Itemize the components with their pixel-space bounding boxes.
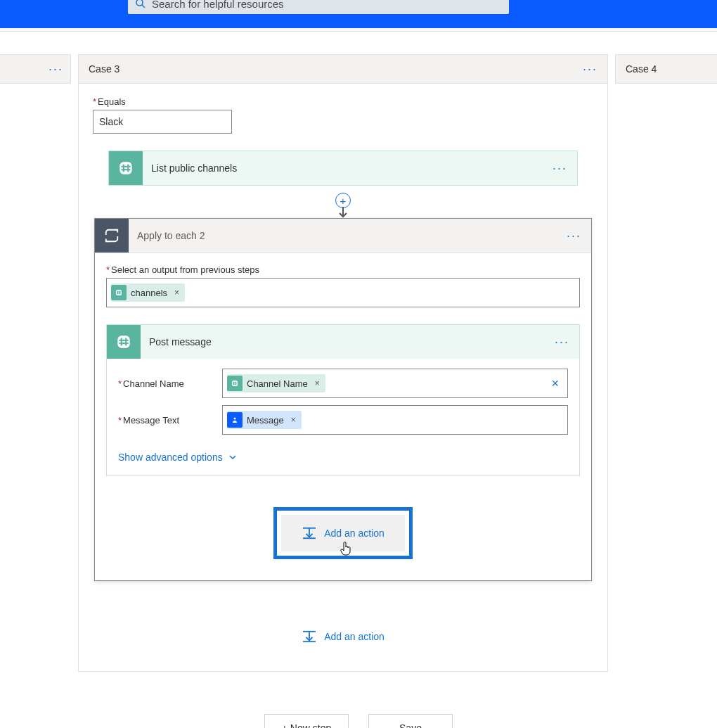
case-title: Case 3 [89,63,119,75]
channels-token[interactable]: channels × [111,283,185,302]
svg-rect-18 [232,381,238,386]
ellipsis-icon[interactable]: ··· [49,65,63,72]
equals-label: *Equals [93,96,607,107]
case-next[interactable]: Case 4 [615,54,717,84]
remove-token-button[interactable]: × [174,288,179,298]
search-icon [135,0,146,9]
cursor-hand-icon [339,540,353,557]
remove-token-button[interactable]: × [315,378,320,388]
select-output-label: *Select an output from previous steps [106,264,580,275]
channel-name-input[interactable]: Channel Name × × [222,369,568,398]
channel-name-label: *Channel Name [118,378,222,389]
svg-point-0 [136,0,143,6]
footer-buttons: + New step Save [0,714,717,728]
slack-icon [227,376,243,391]
post-header[interactable]: Post message ··· [107,325,579,359]
case-body: *Equals Slack List public channels [79,84,607,671]
channel-name-row: *Channel Name Channel Name × [118,369,568,398]
loop-icon [95,219,129,253]
case-menu-button[interactable]: ··· [583,65,598,72]
apply-to-each-card: Apply to each 2 ··· *Select an output fr… [94,218,592,581]
remove-token-button[interactable]: × [291,415,296,425]
new-step-button[interactable]: + New step [264,714,349,728]
clear-input-button[interactable]: × [551,376,559,391]
message-text-label: *Message Text [118,415,222,426]
apply-menu-button[interactable]: ··· [567,232,581,239]
add-step-button[interactable]: + [335,193,351,208]
svg-line-1 [142,5,145,8]
required-star: * [118,378,122,389]
add-action-outer-button[interactable]: Add an action [79,630,607,643]
svg-rect-8 [116,290,122,295]
add-action-highlighted: Add an action [273,507,413,559]
search-input[interactable]: Search for helpful resources [128,0,509,14]
case-prev[interactable]: ··· [0,54,71,84]
list-channels-card[interactable]: List public channels ··· [108,151,578,186]
apply-title: Apply to each 2 [137,230,567,241]
card-title: List public channels [151,162,553,174]
case-main: Case 3 ··· *Equals Slack [78,54,608,672]
case-next-title: Case 4 [626,63,657,75]
post-body: *Channel Name Channel Name × [107,359,579,475]
arrow-down-icon [337,207,349,219]
show-advanced-link[interactable]: Show advanced options [118,452,237,463]
chevron-down-icon [228,453,237,461]
cases-row: ··· Case 3 ··· *Equals Slack [0,54,717,672]
connector: + [109,186,577,218]
flow-icon [227,412,243,428]
message-text-row: *Message Text Message × [118,405,568,435]
message-token[interactable]: Message × [227,411,302,429]
message-text-input[interactable]: Message × [222,405,568,435]
add-action-icon [302,630,317,643]
post-title: Post message [149,336,555,347]
required-star: * [118,415,122,426]
select-output-input[interactable]: channels × [106,278,580,307]
svg-rect-13 [117,336,129,347]
add-action-icon [302,527,317,539]
equals-input[interactable]: Slack [93,110,232,134]
divider [0,28,717,32]
apply-body: *Select an output from previous steps ch… [95,253,591,580]
card-menu-button[interactable]: ··· [553,165,567,172]
slack-icon [109,151,143,185]
required-star: * [106,264,110,275]
svg-rect-2 [119,162,131,174]
slack-icon [107,325,141,359]
search-placeholder: Search for helpful resources [152,0,284,10]
save-button[interactable]: Save [368,714,453,728]
topbar: Search for helpful resources [0,0,717,28]
post-message-card: Post message ··· *Channel Name [106,324,580,476]
required-star: * [93,96,96,107]
case-header: Case 3 ··· [79,55,607,84]
apply-header[interactable]: Apply to each 2 ··· [95,219,591,253]
channel-name-token[interactable]: Channel Name × [227,374,325,392]
post-menu-button[interactable]: ··· [555,338,569,345]
slack-icon [111,285,127,300]
svg-point-23 [234,418,236,420]
